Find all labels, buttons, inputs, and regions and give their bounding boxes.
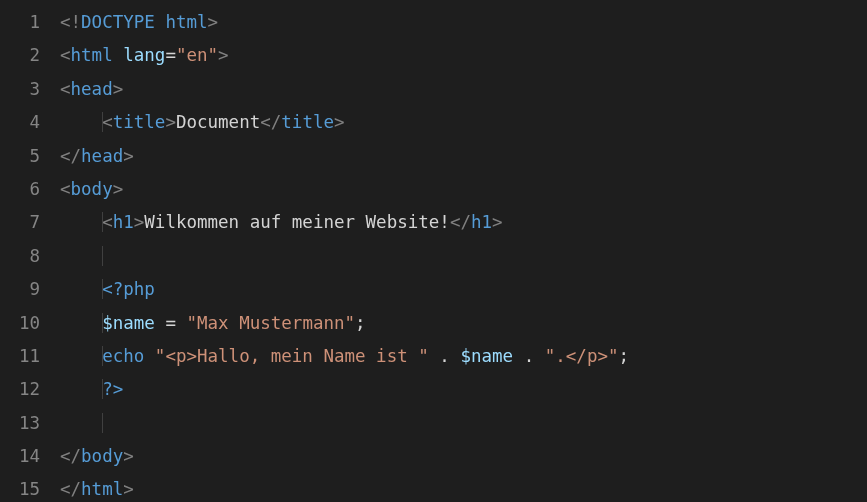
punct: </ [60, 146, 81, 166]
indent-guide [102, 313, 103, 333]
space [534, 346, 545, 366]
tag: title [113, 112, 166, 132]
space [144, 346, 155, 366]
code-line[interactable]: </body> [60, 440, 867, 473]
punct: > [113, 179, 124, 199]
string: "<p>Hallo, mein Name ist " [155, 346, 429, 366]
punct: > [208, 12, 219, 32]
line-number: 15 [0, 473, 40, 502]
attr-value: "en" [176, 45, 218, 65]
punct: > [218, 45, 229, 65]
string: ".</p>" [545, 346, 619, 366]
indent-guide [102, 212, 103, 232]
operator: . [524, 346, 535, 366]
doctype-keyword: DOCTYPE [81, 12, 155, 32]
punct: < [60, 179, 71, 199]
line-number: 6 [0, 173, 40, 206]
code-line[interactable]: <title>Document</title> [60, 106, 867, 139]
string: "Max Mustermann" [186, 313, 355, 333]
punct: < [60, 45, 71, 65]
code-line[interactable] [60, 407, 867, 440]
code-line[interactable] [60, 240, 867, 273]
punct: < [102, 112, 113, 132]
punct: </ [60, 446, 81, 466]
line-number: 3 [0, 73, 40, 106]
code-line[interactable]: <?php [60, 273, 867, 306]
punct: > [492, 212, 503, 232]
line-number: 2 [0, 39, 40, 72]
punct: > [123, 146, 134, 166]
code-line[interactable]: echo "<p>Hallo, mein Name ist " . $name … [60, 340, 867, 373]
doctype-html: html [165, 12, 207, 32]
line-number: 10 [0, 307, 40, 340]
attr-name: lang [123, 45, 165, 65]
tag: h1 [471, 212, 492, 232]
operator: = [165, 313, 176, 333]
line-number: 7 [0, 206, 40, 239]
text: Wilkommen auf meiner Website! [144, 212, 450, 232]
code-line[interactable]: <head> [60, 73, 867, 106]
space [429, 346, 440, 366]
space [450, 346, 461, 366]
code-line[interactable]: <!DOCTYPE html> [60, 6, 867, 39]
indent-guide [102, 413, 103, 433]
punct: > [123, 479, 134, 499]
space [176, 313, 187, 333]
line-number: 4 [0, 106, 40, 139]
code-line[interactable]: $name = "Max Mustermann"; [60, 307, 867, 340]
php-open: <?php [102, 279, 155, 299]
line-number: 8 [0, 240, 40, 273]
line-number: 9 [0, 273, 40, 306]
php-variable: $name [460, 346, 513, 366]
indent-guide [102, 246, 103, 266]
tag: html [71, 45, 113, 65]
punct: > [123, 446, 134, 466]
code-line[interactable]: <body> [60, 173, 867, 206]
semicolon: ; [619, 346, 630, 366]
punct: <! [60, 12, 81, 32]
php-keyword: echo [102, 346, 144, 366]
punct: < [60, 79, 71, 99]
code-line[interactable]: </head> [60, 140, 867, 173]
php-close: ?> [102, 379, 123, 399]
code-line[interactable]: </html> [60, 473, 867, 502]
indent-guide [102, 346, 103, 366]
punct: > [334, 112, 345, 132]
tag: html [81, 479, 123, 499]
semicolon: ; [355, 313, 366, 333]
indent-guide [102, 379, 103, 399]
punct: </ [260, 112, 281, 132]
tag: head [71, 79, 113, 99]
indent-guide [102, 279, 103, 299]
php-variable: $name [102, 313, 155, 333]
code-area[interactable]: <!DOCTYPE html> <html lang="en"> <head> … [60, 0, 867, 502]
punct: </ [450, 212, 471, 232]
code-line[interactable]: <html lang="en"> [60, 39, 867, 72]
tag: head [81, 146, 123, 166]
space [155, 12, 166, 32]
space [113, 45, 124, 65]
line-number: 1 [0, 6, 40, 39]
indent-guide [102, 112, 103, 132]
tag: title [281, 112, 334, 132]
space [513, 346, 524, 366]
line-number: 12 [0, 373, 40, 406]
line-number: 5 [0, 140, 40, 173]
text: Document [176, 112, 260, 132]
line-number: 14 [0, 440, 40, 473]
code-line[interactable]: <h1>Wilkommen auf meiner Website!</h1> [60, 206, 867, 239]
space [155, 313, 166, 333]
code-editor[interactable]: 1 2 3 4 5 6 7 8 9 10 11 12 13 14 15 <!DO… [0, 0, 867, 502]
punct: > [165, 112, 176, 132]
punct: < [102, 212, 113, 232]
line-number-gutter: 1 2 3 4 5 6 7 8 9 10 11 12 13 14 15 [0, 0, 60, 502]
tag: h1 [113, 212, 134, 232]
punct: > [134, 212, 145, 232]
line-number: 13 [0, 407, 40, 440]
code-line[interactable]: ?> [60, 373, 867, 406]
punct: </ [60, 479, 81, 499]
tag: body [71, 179, 113, 199]
operator: . [439, 346, 450, 366]
line-number: 11 [0, 340, 40, 373]
equals: = [165, 45, 176, 65]
